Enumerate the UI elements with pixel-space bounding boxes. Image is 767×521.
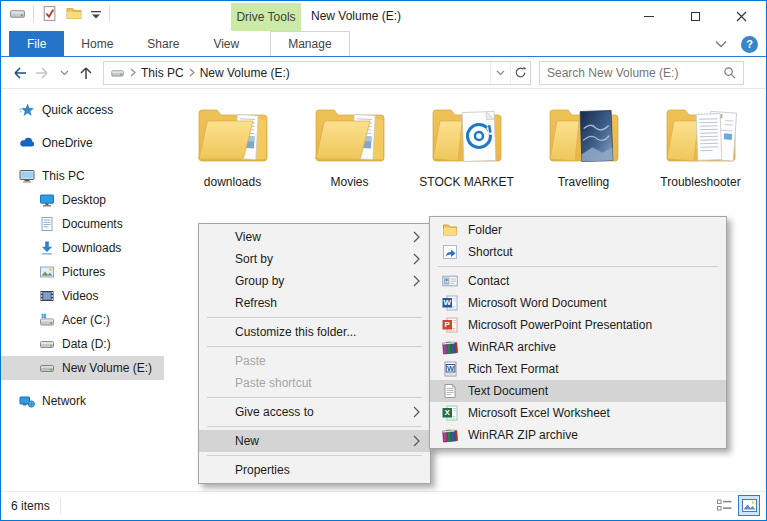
refresh-icon[interactable] [510, 62, 530, 84]
new-folder-icon[interactable] [65, 5, 83, 22]
menu-item-give-access-to[interactable]: Give access to [199, 401, 430, 423]
menu-item-refresh[interactable]: Refresh [199, 292, 430, 314]
help-icon[interactable]: ? [741, 36, 758, 53]
file-tile-travelling[interactable]: Travelling [525, 94, 642, 189]
sidebar-item-acer-c[interactable]: Acer (C:) [1, 308, 164, 332]
menu-item-label: Refresh [235, 296, 277, 310]
submenu-item-folder[interactable]: Folder [430, 219, 726, 241]
sidebar-item-documents[interactable]: Documents [1, 212, 164, 236]
submenu-item-label: Microsoft Word Document [468, 296, 607, 310]
menu-item-label: Properties [235, 463, 290, 477]
tab-view[interactable]: View [196, 31, 256, 56]
menu-item-group-by[interactable]: Group by [199, 270, 430, 292]
up-button[interactable] [75, 61, 97, 85]
drive-icon [9, 5, 26, 22]
sidebar-item-label: New Volume (E:) [62, 361, 152, 375]
tab-home[interactable]: Home [64, 31, 130, 56]
recent-locations-icon[interactable] [53, 61, 75, 85]
file-tile-movies[interactable]: Movies [291, 94, 408, 189]
sidebar-item-label: Network [42, 394, 86, 408]
submenu-item-label: Shortcut [468, 245, 513, 259]
submenu-item-word-document[interactable]: W Microsoft Word Document [430, 292, 726, 314]
menu-item-properties[interactable]: Properties [199, 459, 430, 481]
submenu-item-winrar-archive[interactable]: WinRAR archive [430, 336, 726, 358]
sidebar-item-new-volume-e[interactable]: New Volume (E:) [1, 356, 164, 380]
address-dropdown-icon[interactable] [490, 62, 510, 84]
window-controls [626, 1, 764, 31]
sidebar-item-label: Quick access [42, 103, 113, 117]
submenu-item-text-document[interactable]: Text Document [430, 380, 726, 402]
forward-button[interactable] [31, 61, 53, 85]
svg-text:W: W [443, 298, 451, 307]
search-icon[interactable] [723, 66, 736, 79]
navigation-pane: Quick access OneDrive This PC Desktop [1, 98, 164, 491]
sidebar-item-label: OneDrive [42, 136, 93, 150]
sidebar-item-network[interactable]: Network [1, 389, 164, 413]
search-input[interactable]: Search New Volume (E:) [539, 61, 744, 85]
download-arrow-icon [39, 240, 55, 256]
sidebar-item-pictures[interactable]: Pictures [1, 260, 164, 284]
submenu-item-label: Contact [468, 274, 509, 288]
submenu-item-excel-worksheet[interactable]: X Microsoft Excel Worksheet [430, 402, 726, 424]
tab-file[interactable]: File [9, 31, 64, 56]
tab-share[interactable]: Share [130, 31, 196, 56]
sidebar-item-this-pc[interactable]: This PC [1, 164, 164, 188]
submenu-item-rich-text-format[interactable]: W Rich Text Format [430, 358, 726, 380]
menu-item-label: View [235, 230, 261, 244]
menu-item-new[interactable]: New [199, 430, 430, 452]
submenu-item-winrar-zip-archive[interactable]: WinRAR ZIP archive [430, 424, 726, 446]
powerpoint-icon: P [442, 317, 458, 333]
drive-icon [110, 66, 125, 80]
close-button[interactable] [718, 1, 764, 31]
menu-item-view[interactable]: View [199, 226, 430, 248]
maximize-button[interactable] [672, 1, 718, 31]
submenu-item-contact[interactable]: Contact [430, 270, 726, 292]
title-bar: Drive Tools New Volume (E:) [1, 1, 766, 31]
sidebar-item-label: This PC [42, 169, 85, 183]
sidebar-item-desktop[interactable]: Desktop [1, 188, 164, 212]
properties-check-icon[interactable] [41, 5, 58, 22]
file-tile-downloads[interactable]: downloads [174, 94, 291, 189]
tab-manage[interactable]: Manage [270, 31, 349, 56]
breadcrumb-this-pc[interactable]: This PC [141, 66, 184, 80]
menu-item-label: Sort by [235, 252, 273, 266]
back-button[interactable] [9, 61, 31, 85]
sidebar-item-label: Downloads [62, 241, 121, 255]
thumbnail-view-icon[interactable] [738, 495, 760, 516]
minimize-button[interactable] [626, 1, 672, 31]
menu-item-sort-by[interactable]: Sort by [199, 248, 430, 270]
ribbon-collapse-icon[interactable] [715, 40, 727, 48]
folder-with-photo-icon [544, 100, 624, 170]
text-document-icon [442, 383, 458, 399]
sidebar-item-downloads[interactable]: Downloads [1, 236, 164, 260]
sidebar-item-quick-access[interactable]: Quick access [1, 98, 164, 122]
drive-icon [39, 360, 55, 376]
breadcrumb-new-volume[interactable]: New Volume (E:) [200, 66, 290, 80]
menu-item-label: Paste [235, 354, 266, 368]
sidebar-item-videos[interactable]: Videos [1, 284, 164, 308]
menu-separator [207, 346, 422, 347]
submenu-item-powerpoint-presentation[interactable]: P Microsoft PowerPoint Presentation [430, 314, 726, 336]
customize-quick-access-icon[interactable] [90, 7, 102, 21]
details-view-icon[interactable] [713, 495, 735, 516]
breadcrumb-chevron-icon [189, 68, 195, 77]
drive-tools-tab-group[interactable]: Drive Tools [231, 3, 301, 31]
folder-with-documents-icon [661, 100, 741, 170]
file-tile-troubleshooter[interactable]: Troubleshooter [642, 94, 759, 189]
menu-item-label: Give access to [235, 405, 314, 419]
breadcrumb-chevron-icon [130, 68, 136, 77]
address-bar[interactable]: This PC New Volume (E:) [103, 61, 531, 85]
menu-item-customize-this-folder[interactable]: Customize this folder... [199, 321, 430, 343]
status-bar: 6 items [1, 491, 766, 520]
sidebar-item-label: Desktop [62, 193, 106, 207]
submenu-item-label: Rich Text Format [468, 362, 558, 376]
sidebar-item-data-d[interactable]: Data (D:) [1, 332, 164, 356]
new-submenu: Folder Shortcut Contact W Microsoft Word… [429, 216, 727, 449]
window-title: New Volume (E:) [311, 1, 401, 31]
file-tile-stock-market[interactable]: STOCK MARKET [408, 94, 525, 189]
folder-icon [442, 222, 458, 238]
svg-text:X: X [445, 408, 451, 417]
sidebar-item-onedrive[interactable]: OneDrive [1, 131, 164, 155]
menu-item-label: Customize this folder... [235, 325, 356, 339]
submenu-item-shortcut[interactable]: Shortcut [430, 241, 726, 263]
